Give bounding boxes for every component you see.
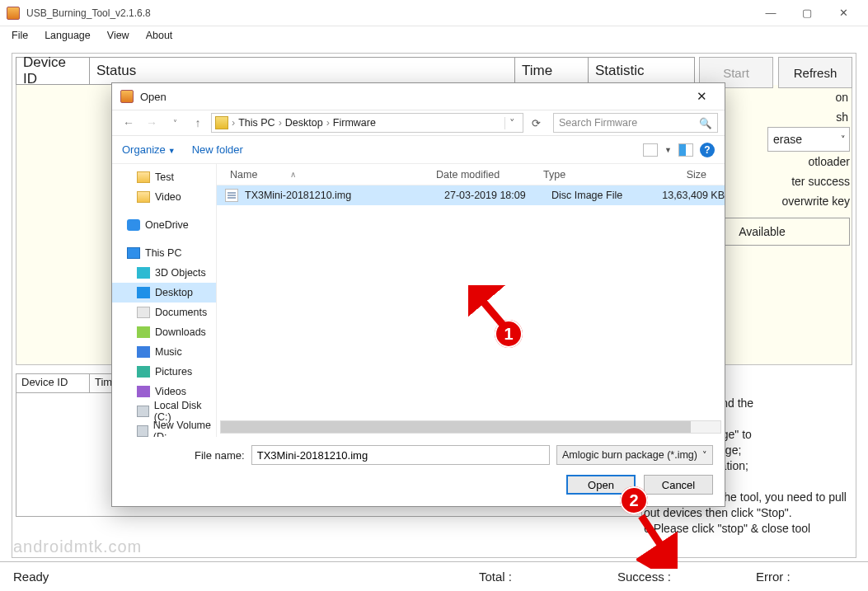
breadcrumb[interactable]: › This PC › Desktop › Firmware ˅ <box>211 113 523 133</box>
image-file-icon <box>225 189 238 202</box>
doc-icon <box>137 307 150 318</box>
help-icon[interactable]: ? <box>700 143 715 157</box>
erase-dropdown[interactable]: erase <box>767 127 850 152</box>
tree-node-pictures[interactable]: Pictures <box>112 362 216 382</box>
titlebar: USB_Burning_Tool_v2.1.6.8 — ▢ ✕ <box>0 0 868 26</box>
chevron-icon: › <box>325 117 331 129</box>
folder-icon <box>137 171 150 183</box>
folder-tree[interactable]: TestVideoOneDriveThis PC3D ObjectsDeskto… <box>112 164 217 437</box>
tree-label: New Volume (D: <box>153 420 216 437</box>
menu-about[interactable]: About <box>139 28 180 43</box>
preview-pane-icon[interactable] <box>678 143 693 157</box>
file-name-input[interactable] <box>251 445 550 465</box>
tree-node-videos[interactable]: Videos <box>112 382 216 401</box>
tree-label: Downloads <box>155 326 206 338</box>
nav-up-icon[interactable]: ↑ <box>188 116 208 129</box>
file-date: 27-03-2019 18:09 <box>444 190 551 201</box>
horizontal-scrollbar[interactable] <box>220 420 721 434</box>
tree-node-new-volume-d-[interactable]: New Volume (D: <box>112 421 216 437</box>
col2-device: Device ID <box>16 373 90 393</box>
refresh-button[interactable]: Refresh <box>778 57 852 88</box>
file-type-filter[interactable]: Amlogic burn package (*.img) <box>556 445 713 465</box>
menubar: File Language View About <box>0 26 868 45</box>
crumb-firmware[interactable]: Firmware <box>333 117 376 129</box>
dialog-toolbar: Organize▼ New folder ▼ ? <box>112 136 725 164</box>
new-folder-button[interactable]: New folder <box>192 143 243 156</box>
grid-header: Device ID Status Time Statistic Start Re… <box>16 57 852 85</box>
col-status: Status <box>89 57 515 85</box>
status-total: Total : <box>479 570 578 584</box>
nav-back-icon[interactable]: ← <box>119 116 138 129</box>
tree-node-desktop[interactable]: Desktop <box>112 283 216 303</box>
desk-icon <box>137 287 150 298</box>
status-ready: Ready <box>13 570 112 584</box>
tree-label: Test <box>155 171 174 183</box>
view-list-icon[interactable] <box>643 143 658 157</box>
music-icon <box>137 346 150 358</box>
sort-asc-icon: ∧ <box>290 170 296 179</box>
crumb-this-pc[interactable]: This PC <box>238 117 274 129</box>
col-name[interactable]: Name∧ <box>225 169 431 181</box>
tree-label: This PC <box>145 247 181 259</box>
svg-line-1 <box>641 516 668 556</box>
tree-label: Videos <box>155 386 186 397</box>
status-success: Success : <box>617 570 716 584</box>
menu-file[interactable]: File <box>5 28 35 43</box>
menu-view[interactable]: View <box>101 28 136 43</box>
arrow-1 <box>468 285 518 335</box>
tree-node-downloads[interactable]: Downloads <box>112 322 216 342</box>
tree-node-3d-objects[interactable]: 3D Objects <box>112 263 216 283</box>
search-input[interactable]: Search Firmware 🔍 <box>553 113 718 133</box>
crumb-dropdown-icon[interactable]: ˅ <box>504 117 519 129</box>
col-size[interactable]: Size <box>637 169 711 181</box>
file-columns: Name∧ Date modified Type Size <box>217 164 725 185</box>
chevron-icon: › <box>277 117 284 129</box>
search-placeholder: Search Firmware <box>559 117 637 129</box>
tree-label: Music <box>155 346 182 358</box>
dialog-titlebar: Open ✕ <box>112 83 725 110</box>
file-name: TX3Mini-20181210.img <box>245 190 444 201</box>
col-date[interactable]: Date modified <box>431 169 538 181</box>
folder-icon <box>215 116 228 129</box>
col-type[interactable]: Type <box>538 169 637 181</box>
svg-line-0 <box>475 292 503 325</box>
minimize-button[interactable]: — <box>753 2 789 25</box>
callout-2: 2 <box>620 486 648 514</box>
dialog-close-button[interactable]: ✕ <box>687 89 716 104</box>
nav-refresh-icon[interactable]: ⟳ <box>527 117 545 129</box>
statusbar: Ready Total : Success : Error : <box>0 561 868 591</box>
col-device-id: Device ID <box>16 57 90 85</box>
status-error: Error : <box>756 570 855 584</box>
tree-label: OneDrive <box>145 219 189 231</box>
tree-node-local-disk-c-[interactable]: Local Disk (C:) <box>112 401 216 421</box>
maximize-button[interactable]: ▢ <box>789 2 825 25</box>
onedrive-icon <box>127 219 140 231</box>
crumb-desktop[interactable]: Desktop <box>285 117 323 129</box>
close-button[interactable]: ✕ <box>825 2 861 25</box>
tree-node-documents[interactable]: Documents <box>112 303 216 322</box>
organize-menu[interactable]: Organize▼ <box>122 143 176 156</box>
tree-node-music[interactable]: Music <box>112 342 216 362</box>
tree-node-video[interactable]: Video <box>112 187 216 207</box>
nav-recent-icon[interactable]: ˅ <box>165 119 185 128</box>
file-type: Disc Image File <box>551 190 650 201</box>
tree-label: 3D Objects <box>155 267 206 279</box>
file-row[interactable]: TX3Mini-20181210.img 27-03-2019 18:09 Di… <box>217 185 725 205</box>
search-icon: 🔍 <box>699 117 712 129</box>
menu-language[interactable]: Language <box>38 28 97 43</box>
tree-label: Video <box>155 191 181 203</box>
disk-icon <box>137 406 149 417</box>
open-dialog: Open ✕ ← → ˅ ↑ › This PC › Desktop › Fir… <box>111 82 725 507</box>
tree-node-this-pc[interactable]: This PC <box>112 243 216 263</box>
tree-node-test[interactable]: Test <box>112 167 216 187</box>
cancel-button[interactable]: Cancel <box>644 475 713 495</box>
pc-icon <box>127 247 140 259</box>
tree-node-onedrive[interactable]: OneDrive <box>112 215 216 235</box>
vid-icon <box>137 386 150 397</box>
nav-forward-icon[interactable]: → <box>142 116 162 129</box>
view-dropdown-icon[interactable]: ▼ <box>664 146 672 154</box>
tree-label: Pictures <box>155 366 192 378</box>
tree-label: Documents <box>155 307 207 318</box>
view-controls: ▼ ? <box>643 143 715 157</box>
cfg-available: Available <box>739 222 786 242</box>
